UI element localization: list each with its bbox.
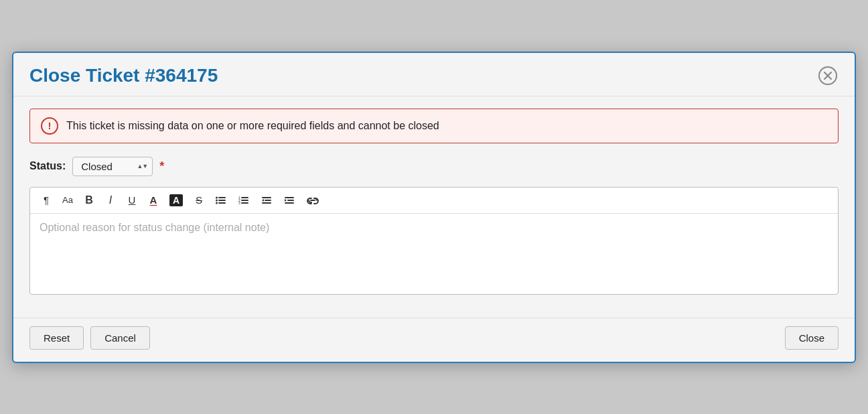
- svg-rect-11: [241, 202, 248, 204]
- svg-point-7: [216, 199, 218, 201]
- strikethrough-icon[interactable]: S: [190, 192, 208, 208]
- paragraph-icon[interactable]: ¶: [37, 192, 56, 208]
- svg-rect-21: [285, 202, 294, 204]
- svg-rect-10: [241, 200, 248, 201]
- error-icon: !: [41, 117, 58, 135]
- svg-rect-19: [285, 197, 294, 198]
- reset-button[interactable]: Reset: [29, 326, 84, 350]
- required-star: *: [159, 159, 164, 174]
- x-circle-icon: [818, 66, 837, 85]
- rich-text-editor: ¶ Aa B I U A A S: [29, 187, 839, 295]
- ordered-list-icon[interactable]: 123: [234, 192, 254, 209]
- status-label: Status:: [29, 160, 66, 172]
- error-banner: ! This ticket is missing data on one or …: [29, 109, 839, 143]
- svg-rect-9: [241, 197, 248, 198]
- svg-text:3: 3: [238, 201, 240, 205]
- svg-rect-17: [262, 202, 271, 204]
- status-row: Status: Open Pending Closed Resolved *: [29, 157, 839, 176]
- svg-rect-5: [218, 202, 226, 204]
- svg-marker-18: [262, 199, 264, 202]
- underline-icon[interactable]: U: [123, 192, 141, 208]
- dialog-body: ! This ticket is missing data on one or …: [13, 96, 855, 318]
- editor-toolbar: ¶ Aa B I U A A S: [30, 188, 838, 214]
- cancel-button[interactable]: Cancel: [90, 326, 150, 350]
- svg-point-6: [216, 196, 218, 198]
- unordered-list-icon[interactable]: [211, 192, 231, 209]
- highlight-icon[interactable]: A: [165, 192, 187, 209]
- outdent-icon[interactable]: [257, 192, 277, 209]
- status-select-wrapper: Open Pending Closed Resolved: [72, 157, 153, 176]
- svg-rect-20: [287, 200, 294, 201]
- close-ticket-dialog: Close Ticket #364175 ! This ticket is mi…: [12, 52, 856, 363]
- svg-rect-15: [262, 197, 271, 198]
- indent-icon[interactable]: [279, 192, 299, 209]
- dialog-footer: Reset Cancel Close: [13, 318, 855, 362]
- font-color-icon[interactable]: A: [144, 192, 163, 208]
- svg-marker-22: [285, 199, 287, 202]
- dialog-title: Close Ticket #364175: [29, 65, 218, 86]
- link-icon[interactable]: [302, 192, 323, 208]
- dialog-close-icon-button[interactable]: [817, 65, 839, 86]
- dialog-header: Close Ticket #364175: [13, 53, 855, 96]
- svg-rect-3: [218, 197, 226, 198]
- close-button[interactable]: Close: [785, 326, 839, 350]
- status-select[interactable]: Open Pending Closed Resolved: [72, 157, 153, 176]
- error-message: This ticket is missing data on one or mo…: [66, 120, 439, 132]
- footer-left-actions: Reset Cancel: [29, 326, 150, 350]
- svg-rect-4: [218, 200, 226, 201]
- editor-placeholder: Optional reason for status change (inter…: [40, 222, 269, 233]
- italic-icon[interactable]: I: [101, 192, 120, 209]
- bold-icon[interactable]: B: [80, 192, 98, 209]
- svg-rect-16: [265, 200, 271, 201]
- editor-content-area[interactable]: Optional reason for status change (inter…: [30, 214, 838, 294]
- svg-point-8: [216, 202, 218, 204]
- font-size-icon[interactable]: Aa: [58, 192, 77, 208]
